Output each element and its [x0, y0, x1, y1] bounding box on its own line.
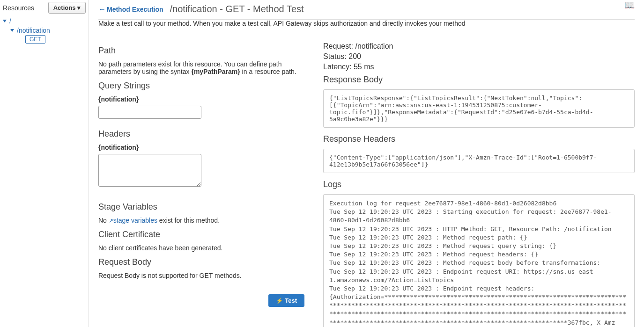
main: ← Method Execution /notification - GET -… [89, 0, 644, 327]
headers-label: {notification} [98, 144, 304, 151]
sidebar-title: Resources [3, 4, 48, 12]
stage-text: No ↗stage variables exist for this metho… [98, 217, 304, 224]
logs-box: Execution log for request 2ee76877-98e1-… [323, 194, 635, 327]
bolt-icon: ⚡ [276, 298, 283, 304]
cert-text: No client certificates have been generat… [98, 244, 304, 252]
result-status: Status: 200 [323, 52, 635, 61]
intro-text: Make a test call to your method. When yo… [98, 20, 635, 27]
caret-down-icon [10, 29, 14, 32]
logs-heading: Logs [323, 180, 635, 189]
cert-heading: Client Certificate [98, 230, 304, 240]
response-headers-box: {"Content-Type":["application/json"],"X-… [323, 149, 635, 173]
caret-down-icon: ▾ [77, 4, 81, 11]
resource-tree: / /notification GET [3, 16, 86, 44]
back-to-method-execution[interactable]: ← Method Execution [98, 5, 163, 14]
tree-resource[interactable]: /notification [10, 26, 86, 35]
result-latency: Latency: 55 ms [323, 63, 635, 71]
result-request: Request: /notification [323, 42, 635, 51]
arrow-left-icon: ← [98, 5, 106, 14]
tree-resource-label: /notification [17, 27, 50, 34]
response-body-heading: Response Body [323, 75, 635, 85]
tree-root-label: / [9, 17, 11, 25]
headers-input[interactable] [98, 154, 201, 187]
caret-down-icon [3, 20, 7, 22]
actions-label: Actions [53, 4, 76, 11]
query-heading: Query Strings [98, 81, 304, 91]
stage-tail: exist for this method. [157, 217, 220, 224]
query-input[interactable] [98, 106, 201, 119]
path-heading: Path [98, 46, 304, 56]
tree-root[interactable]: / [3, 16, 86, 26]
topbar: ← Method Execution /notification - GET -… [98, 0, 635, 20]
stage-no: No [98, 217, 109, 224]
back-label: Method Execution [107, 6, 163, 13]
stage-link-text: stage variables [113, 217, 157, 224]
path-param-example: {myPathParam} [191, 68, 240, 75]
response-headers-heading: Response Headers [323, 134, 635, 144]
external-link-icon: ↗ [109, 218, 113, 224]
path-text: No path parameters exist for this resour… [98, 60, 304, 75]
sidebar: Resources Actions ▾ / /notification GET [0, 0, 89, 327]
book-icon[interactable]: 📖 [624, 0, 635, 10]
actions-button[interactable]: Actions ▾ [48, 2, 86, 14]
stage-variables-link[interactable]: ↗stage variables [109, 217, 157, 224]
body-heading: Request Body [98, 257, 304, 267]
tree-method-get[interactable]: GET [25, 35, 45, 44]
right-column: Request: /notification Status: 200 Laten… [323, 40, 635, 327]
stage-heading: Stage Variables [98, 202, 304, 212]
body-text: Request Body is not supported for GET me… [98, 272, 304, 279]
test-button-label: Test [285, 297, 297, 304]
headers-heading: Headers [98, 129, 304, 139]
path-text-post: in a resource path. [240, 68, 296, 75]
response-body-box: {"ListTopicsResponse":{"ListTopicsResult… [323, 89, 635, 128]
left-column: Path No path parameters exist for this r… [98, 40, 304, 327]
test-button[interactable]: ⚡ Test [268, 294, 304, 307]
query-label: {notification} [98, 95, 304, 103]
page-title: /notification - GET - Method Test [170, 4, 304, 15]
